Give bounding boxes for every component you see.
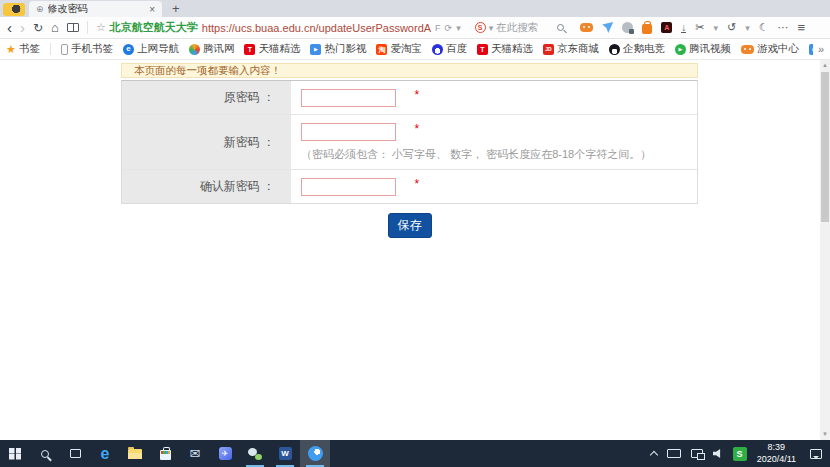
- old-password-input[interactable]: [301, 89, 396, 107]
- search-icon[interactable]: [557, 24, 564, 31]
- bookmark-label: 腾讯视频: [689, 42, 731, 56]
- screenshot-dropdown-icon[interactable]: ▾: [713, 23, 718, 33]
- font-flag-icon[interactable]: F: [435, 23, 441, 33]
- address-bar[interactable]: ☆ 北京航空航天大学 https://ucs.buaa.edu.cn/updat…: [96, 20, 461, 35]
- scroll-down-icon[interactable]: ▼: [820, 429, 830, 440]
- new-tab-button[interactable]: +: [172, 2, 180, 16]
- extensions-area: A ↓ ✂ ▾ ↺ ▾ ☾ ⋯ ≡: [580, 20, 805, 35]
- confirm-password-input[interactable]: [301, 178, 396, 196]
- reading-mode-icon[interactable]: [67, 23, 79, 32]
- sogou-ime-icon[interactable]: S: [733, 447, 747, 461]
- bookmark-item-gamecenter[interactable]: 游戏中心: [741, 42, 799, 56]
- touch-keyboard-icon[interactable]: [667, 449, 681, 458]
- home-button[interactable]: ⌂: [51, 20, 59, 35]
- tab-close-icon[interactable]: ×: [146, 4, 158, 15]
- search-box[interactable]: S ▾ 在此搜索: [475, 21, 565, 35]
- sogou-browser-button[interactable]: [300, 440, 330, 467]
- bookmark-item-shuqian[interactable]: ★ 书签: [6, 42, 40, 56]
- tab-bar: ⊕ 修改密码 × +: [0, 0, 830, 17]
- bookmark-label: 天猫精选: [258, 42, 300, 56]
- bookmark-item-baidu[interactable]: 百度: [432, 42, 467, 56]
- edge-app-button[interactable]: e: [90, 440, 120, 467]
- old-password-label: 原密码 ：: [122, 81, 291, 114]
- tencent-video-icon: ▶: [675, 44, 686, 55]
- mail-app-button[interactable]: ✉: [180, 440, 210, 467]
- bookmark-item-movies[interactable]: ▶ 热门影视: [310, 42, 366, 56]
- scroll-up-icon[interactable]: ▲: [820, 60, 830, 71]
- tab-change-password[interactable]: ⊕ 修改密码 ×: [29, 1, 162, 17]
- form-cell: *: [291, 170, 697, 203]
- browser-logo-icon[interactable]: [3, 3, 25, 16]
- bookmark-item-nav[interactable]: e 上网导航: [123, 42, 179, 56]
- taskbar-apps: e ✉ ✈ W: [0, 440, 330, 467]
- bookmark-item-penguin[interactable]: 企鹅电竞: [609, 42, 665, 56]
- screen: ⊕ 修改密码 × + ‹ › ↻ ⌂ ☆ 北京航空航天大学 https://uc…: [0, 0, 830, 467]
- start-button[interactable]: [0, 440, 30, 467]
- taobao-icon: 淘: [376, 44, 387, 55]
- globe-icon: ⊕: [36, 4, 44, 14]
- wechat-app-button[interactable]: [240, 440, 270, 467]
- file-explorer-button[interactable]: [120, 440, 150, 467]
- bookmark-item-tmall[interactable]: T 天猫精选: [244, 42, 300, 56]
- confirm-password-label: 确认新密码 ：: [122, 170, 291, 203]
- store-bag-icon: [160, 450, 171, 460]
- reload-mode-icon[interactable]: ⟳: [445, 23, 453, 33]
- search-placeholder[interactable]: 在此搜索: [496, 21, 538, 35]
- taskbar-search-button[interactable]: [30, 440, 60, 467]
- screenshot-scissors-icon[interactable]: ✂: [695, 22, 704, 33]
- badge-extension-icon[interactable]: [622, 22, 633, 33]
- required-asterisk: *: [414, 177, 419, 191]
- download-icon[interactable]: ↓: [681, 23, 686, 33]
- adobe-extension-icon[interactable]: A: [661, 22, 672, 33]
- bookmark-item-tmall2[interactable]: T 天猫精选: [477, 42, 533, 56]
- url-text[interactable]: https://ucs.buaa.edu.cn/updateUserPasswo…: [202, 22, 431, 34]
- shopping-extension-icon[interactable]: [642, 24, 652, 34]
- bookmark-item-jd[interactable]: JD 京东商城: [543, 42, 599, 56]
- favorite-star-icon[interactable]: ☆: [96, 21, 106, 34]
- main-menu-icon[interactable]: ≡: [798, 20, 806, 35]
- forward-button[interactable]: ›: [20, 20, 25, 35]
- new-password-input[interactable]: [301, 123, 396, 141]
- required-asterisk: *: [414, 122, 419, 136]
- more-options-icon[interactable]: ⋯: [778, 22, 789, 33]
- bird-app-button[interactable]: ✈: [210, 440, 240, 467]
- bookmark-label: 游戏中心: [757, 42, 799, 56]
- task-view-button[interactable]: [60, 440, 90, 467]
- network-icon[interactable]: [691, 449, 703, 458]
- undo-history-icon[interactable]: ↺: [727, 22, 736, 33]
- bookmark-item-mobile[interactable]: 手机书签: [61, 42, 113, 56]
- sogou-search-icon[interactable]: S: [475, 22, 486, 33]
- bookmark-item-taobao[interactable]: 淘 爱淘宝: [376, 42, 422, 56]
- word-app-button[interactable]: W: [270, 440, 300, 467]
- save-button[interactable]: 保存: [388, 213, 432, 238]
- bookmarks-strip: ★ 书签 手机书签 e 上网导航 腾讯网 T 天猫精选 ▶ 热门影: [6, 42, 813, 56]
- qq-net-icon: [189, 44, 200, 55]
- penguin-esports-icon: [609, 44, 620, 55]
- scrollbar-thumb[interactable]: [821, 72, 829, 222]
- volume-icon[interactable]: [713, 449, 723, 459]
- refresh-button[interactable]: ↻: [33, 21, 43, 35]
- tmall-icon: T: [477, 44, 488, 55]
- history-dropdown-icon[interactable]: ▾: [745, 23, 750, 33]
- tmall-icon: T: [244, 44, 255, 55]
- taskbar-clock[interactable]: 8:39 2020/4/11: [757, 442, 796, 465]
- clock-date: 2020/4/11: [757, 454, 796, 465]
- url-dropdown-icon[interactable]: ▾: [456, 23, 461, 33]
- night-mode-moon-icon[interactable]: ☾: [759, 22, 769, 33]
- store-app-button[interactable]: [150, 440, 180, 467]
- bookmark-item-tvideo[interactable]: ▶ 腾讯视频: [675, 42, 731, 56]
- sogou-browser-icon: [308, 446, 323, 461]
- action-center-icon[interactable]: [810, 449, 822, 459]
- bookmarks-bar: ★ 书签 手机书签 e 上网导航 腾讯网 T 天猫精选 ▶ 热门影: [0, 39, 830, 60]
- baidu-paw-icon: [432, 44, 443, 55]
- bird-extension-icon[interactable]: [602, 22, 613, 33]
- edge-icon: e: [101, 446, 110, 462]
- page-scrollbar[interactable]: ▲ ▼: [820, 60, 830, 440]
- tray-hidden-icons-chevron[interactable]: [649, 450, 657, 458]
- bookmarks-overflow-icon[interactable]: »: [813, 43, 824, 55]
- search-engine-dropdown-icon[interactable]: ▾: [489, 23, 494, 33]
- notice-bar: 本页面的每一项都要输入内容！: [121, 63, 698, 78]
- back-button[interactable]: ‹: [7, 20, 12, 35]
- game-center-extension-icon[interactable]: [580, 23, 593, 32]
- bookmark-item-qq[interactable]: 腾讯网: [189, 42, 235, 56]
